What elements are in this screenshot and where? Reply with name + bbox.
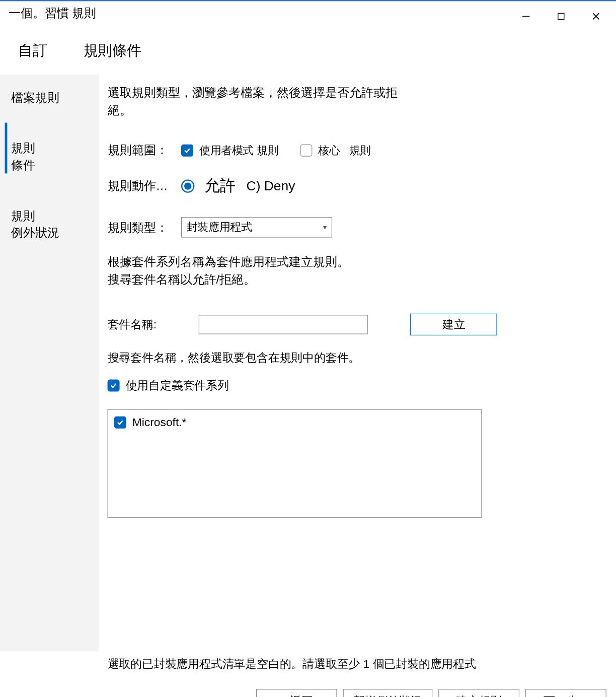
minimize-button[interactable] bbox=[508, 5, 544, 28]
chevron-down-icon: ▾ bbox=[323, 223, 327, 232]
create-button[interactable]: 建立 bbox=[410, 314, 497, 335]
action-label: 規則動作… bbox=[108, 178, 174, 194]
sidebar: 檔案規則 規則 條件 規則 例外狀況 bbox=[0, 75, 99, 652]
footer-message: 選取的已封裝應用程式清單是空白的。請選取至少 1 個已封裝的應用程式 bbox=[0, 652, 616, 679]
package-listbox[interactable]: Microsoft.* bbox=[108, 409, 482, 518]
window-controls bbox=[508, 5, 616, 28]
next-button[interactable]: 下一步 > bbox=[525, 689, 606, 697]
subheader-left: 自訂 bbox=[18, 41, 47, 60]
deny-label: C) Deny bbox=[247, 178, 295, 193]
create-rule-button[interactable]: 建立規則 bbox=[438, 689, 519, 697]
allow-label: 允許 bbox=[204, 175, 236, 196]
package-name-input[interactable] bbox=[199, 315, 368, 334]
svg-rect-1 bbox=[558, 13, 564, 19]
footer-buttons: < 返回 新增例外狀況 建立規則 下一步 > bbox=[0, 679, 616, 697]
titlebar: 一個。習慣 規則 bbox=[0, 0, 616, 28]
window-title: 一個。習慣 規則 bbox=[9, 5, 97, 21]
content-pane: 選取規則類型，瀏覽參考檔案，然後選擇是否允許或拒絕。 規則範圍： 使用者模式 規… bbox=[99, 75, 616, 652]
subheader: 自訂 規則條件 bbox=[0, 28, 616, 74]
subheader-right: 規則條件 bbox=[84, 41, 141, 60]
scope-label: 規則範圍： bbox=[108, 142, 174, 158]
allow-radio[interactable] bbox=[181, 179, 194, 192]
list-item-label: Microsoft.* bbox=[132, 416, 187, 429]
maximize-button[interactable] bbox=[544, 5, 579, 28]
user-mode-label: 使用者模式 規則 bbox=[199, 143, 278, 158]
rule-type-select[interactable]: 封裝應用程式 ▾ bbox=[181, 217, 332, 238]
intro-text: 選取規則類型，瀏覽參考檔案，然後選擇是否允許或拒絕。 bbox=[108, 84, 398, 119]
description-text: 根據套件系列名稱為套件應用程式建立規則。 搜尋套件名稱以允許/拒絕。 bbox=[108, 253, 608, 289]
sidebar-item-label: 規則 條件 bbox=[11, 142, 35, 172]
custom-package-label: 使用自定義套件系列 bbox=[126, 378, 229, 393]
search-hint: 搜尋套件名稱，然後選取要包含在規則中的套件。 bbox=[108, 350, 608, 366]
custom-package-checkbox[interactable] bbox=[108, 380, 120, 392]
kernel-checkbox[interactable] bbox=[300, 144, 312, 156]
back-button[interactable]: < 返回 bbox=[256, 689, 337, 697]
list-item-checkbox[interactable] bbox=[114, 416, 126, 429]
sidebar-item-rule-conditions[interactable]: 規則 條件 bbox=[0, 114, 99, 182]
sidebar-item-file-rule[interactable]: 檔案規則 bbox=[0, 81, 99, 114]
sidebar-item-rule-exceptions[interactable]: 規則 例外狀況 bbox=[0, 182, 99, 249]
sidebar-item-label: 規則 例外狀況 bbox=[11, 209, 59, 239]
rule-type-value: 封裝應用程式 bbox=[187, 220, 252, 235]
list-item[interactable]: Microsoft.* bbox=[112, 414, 478, 430]
type-label: 規則類型： bbox=[108, 219, 174, 235]
kernel-label: 核心 規則 bbox=[318, 143, 370, 158]
close-button[interactable] bbox=[579, 5, 614, 28]
package-name-label: 套件名稱: bbox=[108, 317, 157, 332]
user-mode-checkbox[interactable] bbox=[181, 144, 193, 156]
sidebar-item-label: 檔案規則 bbox=[11, 91, 59, 104]
add-exception-button[interactable]: 新增例外狀況 bbox=[343, 689, 433, 697]
